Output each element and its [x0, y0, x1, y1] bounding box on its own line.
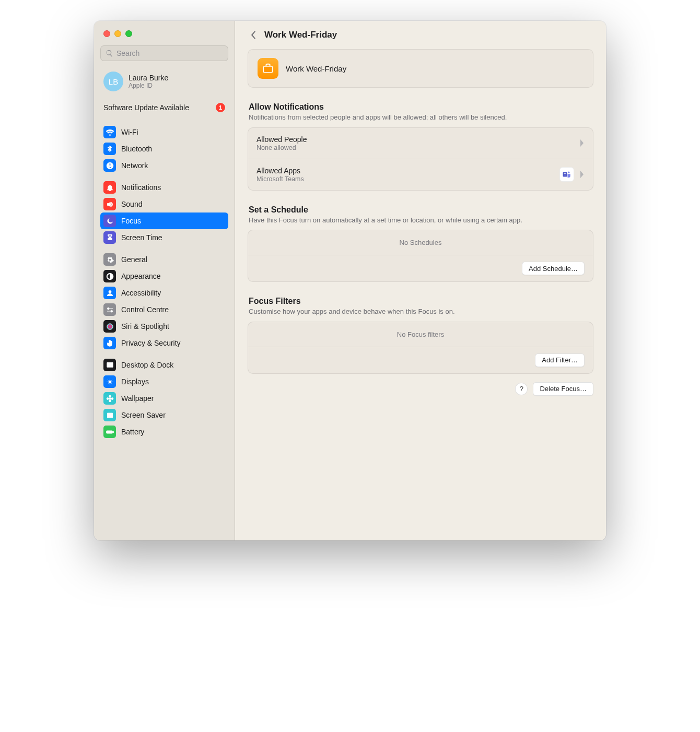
photo-icon: [103, 409, 116, 421]
sidebar-item-accessibility[interactable]: Accessibility: [100, 285, 228, 301]
allowed-people-row[interactable]: Allowed People None allowed: [248, 128, 593, 159]
sidebar-item-desktop-dock[interactable]: Desktop & Dock: [100, 357, 228, 373]
schedule-title: Set a Schedule: [249, 205, 592, 215]
zoom-window[interactable]: [125, 30, 132, 37]
software-update-badge: 1: [216, 103, 225, 112]
allow-notifications-desc: Notifications from selected people and a…: [249, 113, 592, 122]
sidebar-item-wallpaper[interactable]: Wallpaper: [100, 390, 228, 407]
sidebar-item-battery[interactable]: Battery: [100, 423, 228, 440]
titlebar: Work Wed-Friday: [235, 21, 606, 49]
sidebar-item-label: Focus: [121, 217, 141, 225]
moon-icon: [103, 215, 116, 227]
sidebar-item-label: Network: [121, 161, 148, 170]
sidebar-item-displays[interactable]: Displays: [100, 373, 228, 390]
sidebar-item-general[interactable]: General: [100, 251, 228, 268]
switches-icon: [103, 303, 116, 316]
speaker-icon: [103, 198, 116, 210]
allowed-people-label: Allowed People: [256, 135, 579, 144]
sidebar-item-label: Appearance: [121, 272, 161, 280]
software-update-label: Software Update Available: [103, 103, 189, 112]
delete-focus-button[interactable]: Delete Focus…: [533, 382, 593, 396]
search-input[interactable]: [100, 45, 228, 61]
sidebar-item-privacy-security[interactable]: Privacy & Security: [100, 335, 228, 351]
battery-icon: [103, 426, 116, 438]
settings-window: LB Laura Burke Apple ID Software Update …: [94, 21, 606, 540]
sidebar-item-appearance[interactable]: Appearance: [100, 268, 228, 285]
sidebar-item-label: Control Centre: [121, 305, 169, 314]
add-schedule-button[interactable]: Add Schedule…: [522, 262, 585, 275]
back-button[interactable]: [247, 29, 259, 41]
allow-notifications-title: Allow Notifications: [249, 102, 592, 112]
software-update-row[interactable]: Software Update Available 1: [100, 96, 228, 119]
apple-id-row[interactable]: LB Laura Burke Apple ID: [100, 68, 228, 96]
filters-empty: No Focus filters: [248, 322, 593, 347]
chevron-right-icon: [579, 139, 585, 147]
account-sub: Apple ID: [129, 82, 168, 89]
globe-icon: [103, 159, 116, 172]
sidebar-item-label: Notifications: [121, 183, 161, 192]
search-wrap: [100, 45, 228, 61]
svg-point-2: [109, 397, 111, 399]
svg-point-5: [107, 397, 109, 399]
focus-header-card[interactable]: Work Wed-Friday: [248, 49, 593, 88]
allowed-people-sub: None allowed: [256, 144, 579, 151]
sidebar-item-label: Siri & Spotlight: [121, 322, 169, 330]
sidebar-item-screen-saver[interactable]: Screen Saver: [100, 407, 228, 423]
allow-notifications-card: Allowed People None allowed Allowed Apps…: [248, 127, 593, 191]
allowed-apps-label: Allowed Apps: [256, 167, 559, 175]
sidebar-item-wi-fi[interactable]: Wi-Fi: [100, 124, 228, 140]
sidebar-item-focus[interactable]: Focus: [100, 212, 228, 229]
person-icon: [103, 287, 116, 299]
sidebar-item-label: Accessibility: [121, 289, 161, 297]
sidebar-item-label: Battery: [121, 428, 144, 436]
schedule-desc: Have this Focus turn on automatically at…: [249, 216, 592, 225]
account-name: Laura Burke: [129, 74, 168, 82]
hourglass-icon: [103, 231, 116, 244]
siri-icon: [103, 320, 116, 333]
sidebar-item-label: Wi-Fi: [121, 128, 138, 136]
minimize-window[interactable]: [114, 30, 121, 37]
allowed-apps-row[interactable]: Allowed Apps Microsoft Teams T: [248, 159, 593, 190]
flower-icon: [103, 392, 116, 405]
sidebar-item-control-centre[interactable]: Control Centre: [100, 301, 228, 318]
sidebar-item-label: Desktop & Dock: [121, 361, 173, 369]
sidebar-item-siri-spotlight[interactable]: Siri & Spotlight: [100, 318, 228, 335]
wifi-icon: [103, 126, 116, 138]
sidebar-item-label: Sound: [121, 200, 142, 208]
sidebar-item-label: Privacy & Security: [121, 339, 181, 347]
sidebar-item-label: Screen Time: [121, 233, 162, 242]
sidebar-item-notifications[interactable]: Notifications: [100, 179, 228, 196]
briefcase-icon: [258, 58, 278, 79]
close-window[interactable]: [103, 30, 110, 37]
svg-point-0: [107, 323, 112, 329]
sidebar-item-sound[interactable]: Sound: [100, 196, 228, 212]
chevron-left-icon: [250, 30, 256, 40]
search-icon: [106, 50, 113, 57]
svg-point-6: [111, 397, 113, 399]
contrast-icon: [103, 270, 116, 282]
hand-icon: [103, 337, 116, 349]
focus-name: Work Wed-Friday: [286, 64, 346, 73]
avatar: LB: [103, 72, 123, 91]
sidebar-item-label: Wallpaper: [121, 394, 154, 403]
window-controls: [103, 30, 228, 37]
gear-icon: [103, 253, 116, 266]
sidebar-item-screen-time[interactable]: Screen Time: [100, 229, 228, 246]
svg-point-3: [109, 395, 111, 397]
chevron-right-icon: [579, 170, 585, 179]
sidebar-item-network[interactable]: Network: [100, 157, 228, 174]
page-title: Work Wed-Friday: [264, 30, 337, 40]
help-button[interactable]: ?: [515, 383, 528, 395]
svg-point-4: [109, 400, 111, 402]
sidebar-item-label: Bluetooth: [121, 145, 152, 153]
svg-rect-9: [264, 67, 272, 72]
sidebar-item-label: Displays: [121, 377, 149, 386]
sun-icon: [103, 375, 116, 388]
allowed-apps-sub: Microsoft Teams: [256, 175, 559, 183]
bell-icon: [103, 181, 116, 194]
sidebar-item-bluetooth[interactable]: Bluetooth: [100, 140, 228, 157]
svg-point-1: [109, 381, 111, 383]
add-filter-button[interactable]: Add Filter…: [535, 353, 585, 367]
sidebar: LB Laura Burke Apple ID Software Update …: [94, 21, 235, 540]
sidebar-item-label: General: [121, 255, 147, 264]
